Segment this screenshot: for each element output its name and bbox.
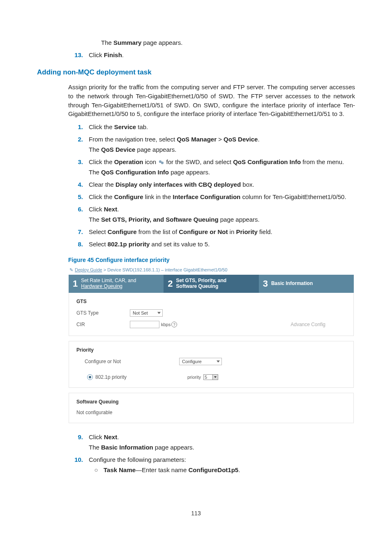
text: The bbox=[89, 216, 101, 223]
radio-dot-icon bbox=[89, 376, 91, 378]
bullet-icon: ○ bbox=[89, 466, 104, 474]
configure-or-not-select[interactable]: Configure bbox=[179, 358, 222, 365]
step-7: 7. Select Configure from the list of Con… bbox=[68, 227, 355, 238]
advance-config-link[interactable]: Advance Config bbox=[291, 322, 325, 327]
text: . bbox=[238, 466, 240, 473]
bold: QoS Device bbox=[224, 136, 258, 143]
step-number: 7. bbox=[68, 227, 89, 238]
help-icon[interactable]: ? bbox=[171, 322, 177, 327]
field-label: 802.1p priority bbox=[76, 374, 141, 380]
bold: Set GTS, Priority, and Software Queuing bbox=[101, 216, 219, 223]
text: page appears. bbox=[169, 169, 210, 176]
chevron-down-icon bbox=[157, 312, 161, 314]
panel-title: Software Queuing bbox=[76, 399, 346, 405]
dot1p-radio[interactable] bbox=[87, 374, 93, 380]
configure-or-not-row: Configure or Not Configure bbox=[76, 358, 346, 365]
step-4: 4. Clear the Display only interfaces wit… bbox=[68, 180, 355, 190]
dot1p-row: 802.1p priority priority 5 bbox=[76, 374, 346, 380]
step-8: 8. Select 802.1p priority and set its va… bbox=[68, 240, 355, 250]
text: . bbox=[258, 136, 259, 143]
finish-bold: Finish bbox=[104, 51, 122, 58]
step-5: 5. Click the Configure link in the Inter… bbox=[68, 192, 355, 203]
step-3: 3. Click the Operation icon for the SWD,… bbox=[68, 158, 355, 178]
select-value: Configure bbox=[182, 359, 202, 364]
panel-title: GTS bbox=[76, 299, 346, 304]
wizard-tabs: 1 Set Rate Limit, CAR, and Hardware Queu… bbox=[69, 275, 354, 293]
text: . bbox=[117, 433, 119, 440]
step-13: 13. Click Finish. bbox=[68, 51, 355, 61]
field-label: GTS Type bbox=[76, 310, 130, 316]
step-10-sub: ○ Task Name—Enter task name ConfigureDot… bbox=[89, 466, 355, 474]
priority-panel: Priority Configure or Not Configure 802.… bbox=[69, 341, 354, 388]
step-number: 8. bbox=[68, 240, 89, 250]
text: Click the bbox=[89, 158, 114, 165]
bold: Configure bbox=[108, 228, 137, 235]
priority-word: priority bbox=[187, 375, 201, 380]
bold: Priority bbox=[236, 228, 258, 235]
text: . bbox=[117, 206, 119, 213]
step-number: 10. bbox=[68, 455, 89, 474]
step-number: 2. bbox=[68, 135, 89, 155]
step-number: 9. bbox=[68, 433, 89, 453]
tab-step-1[interactable]: 1 Set Rate Limit, CAR, and Hardware Queu… bbox=[69, 275, 164, 293]
gts-panel: GTS GTS Type Not Set CIR kbps ? Advance … bbox=[69, 293, 354, 336]
text: Configure the following parameters: bbox=[89, 455, 355, 464]
bold: Next bbox=[104, 206, 118, 213]
text: The bbox=[101, 39, 113, 46]
gts-type-select[interactable]: Not Set bbox=[130, 309, 163, 317]
text: The bbox=[89, 169, 101, 176]
bold: QoS Device bbox=[101, 146, 135, 153]
select-value: Not Set bbox=[133, 311, 148, 315]
cir-row: CIR kbps ? Advance Config bbox=[76, 321, 346, 328]
prev-summary-line: The Summary page appears. bbox=[81, 38, 355, 49]
step-2: 2. From the navigation tree, select QoS … bbox=[68, 135, 355, 155]
text: page appears. bbox=[141, 39, 182, 46]
software-queuing-panel: Software Queuing Not configurable bbox=[69, 393, 354, 423]
page-number: 113 bbox=[0, 510, 392, 517]
text: and set its value to 5. bbox=[150, 241, 210, 248]
summary-bold: Summary bbox=[113, 39, 141, 46]
intro-paragraph: Assign priority for the traffic from the… bbox=[68, 83, 355, 118]
text: The bbox=[89, 146, 101, 153]
chevron-down-icon bbox=[217, 360, 220, 362]
text: Select bbox=[89, 228, 108, 235]
field-label: CIR bbox=[76, 322, 130, 327]
tab-label-line: Software Queuing bbox=[176, 284, 226, 290]
text: Click bbox=[89, 51, 104, 58]
step-6: 6. Click Next. The Set GTS, Priority, an… bbox=[68, 205, 355, 225]
step-number: 1. bbox=[68, 123, 89, 133]
text: . bbox=[122, 51, 124, 58]
figure-45: ✎Deploy Guide > Device SWD(192.168.1.1) … bbox=[68, 266, 354, 424]
bold: Next bbox=[104, 433, 118, 440]
breadcrumb-link[interactable]: Deploy Guide bbox=[75, 267, 102, 272]
step-number-icon: 1 bbox=[73, 278, 78, 289]
text: Select bbox=[89, 241, 108, 248]
text: page appears. bbox=[153, 444, 194, 451]
text: Click the bbox=[89, 193, 114, 200]
step-number: 5. bbox=[68, 192, 89, 203]
tab-step-3[interactable]: 3 Basic Information bbox=[259, 275, 354, 293]
bold: Interface Configuration bbox=[173, 193, 240, 200]
page-root: The Summary page appears. 13. Click Fini… bbox=[0, 0, 392, 533]
bold: Display only interfaces with CBQ deploye… bbox=[115, 181, 241, 188]
bold: 802.1p priority bbox=[108, 241, 150, 248]
field-label: Configure or Not bbox=[76, 359, 138, 364]
bold: QoS Configuration Info bbox=[101, 169, 169, 176]
step-number-icon: 3 bbox=[263, 278, 268, 289]
step-1: 1. Click the Service tab. bbox=[68, 123, 355, 133]
step-number: 3. bbox=[68, 158, 89, 178]
text: Click bbox=[89, 433, 104, 440]
tab-label-line: Set Rate Limit, CAR, and bbox=[81, 278, 136, 284]
priority-value-select[interactable]: 5 bbox=[203, 374, 218, 380]
text: for the SWD, and select bbox=[164, 158, 233, 165]
text: tab. bbox=[136, 123, 148, 130]
step-10: 10. Configure the following parameters: … bbox=[68, 455, 355, 474]
cir-input[interactable] bbox=[130, 321, 159, 328]
gts-type-row: GTS Type Not Set bbox=[76, 309, 346, 317]
text: page appears. bbox=[135, 146, 176, 153]
breadcrumb: ✎Deploy Guide > Device SWD(192.168.1.1) … bbox=[69, 266, 354, 275]
text: from the list of bbox=[137, 228, 179, 235]
cir-unit: kbps bbox=[161, 322, 171, 327]
bold: Service bbox=[114, 123, 136, 130]
tab-step-2[interactable]: 2 Set GTS, Priority, and Software Queuin… bbox=[164, 275, 258, 293]
